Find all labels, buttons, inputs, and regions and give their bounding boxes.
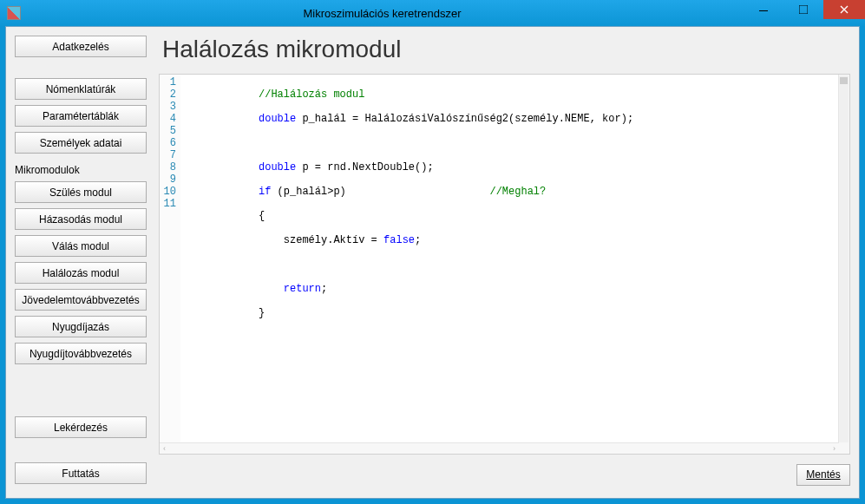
sidebar-btn-marriage-module[interactable]: Házasodás modul — [15, 208, 147, 230]
line-number: 4 — [160, 113, 176, 125]
main-panel: Halálozás mikromodul 1 2 3 4 5 6 7 8 9 1… — [154, 27, 859, 498]
scroll-left-icon[interactable]: ‹ — [163, 444, 166, 453]
code-text: ; — [321, 283, 327, 295]
line-number: 7 — [160, 149, 176, 161]
window-title: Mikroszimulációs keretrendszer — [21, 7, 744, 20]
svg-rect-0 — [759, 10, 768, 11]
minimize-button[interactable] — [744, 0, 783, 19]
sidebar-btn-retirement[interactable]: Nyugdíjazás — [15, 316, 147, 337]
code-comment: //Meghal? — [489, 186, 546, 198]
line-number: 10 — [160, 186, 176, 198]
sidebar-btn-divorce-module[interactable]: Válás modul — [15, 235, 147, 257]
scroll-right-icon[interactable]: › — [833, 444, 836, 453]
code-keyword: return — [284, 283, 321, 295]
sidebar-btn-query[interactable]: Lekérdezés — [15, 416, 147, 438]
sidebar-btn-death-module[interactable]: Halálozás modul — [15, 262, 147, 284]
title-bar: Mikroszimulációs keretrendszer — [0, 0, 865, 26]
sidebar-btn-pension-forward[interactable]: Nyugdíjtovábbvezetés — [15, 343, 147, 364]
code-keyword: double — [259, 113, 296, 125]
sidebar-btn-birth-module[interactable]: Szülés modul — [15, 181, 147, 203]
sidebar: Adatkezelés Nómenklatúrák Paramétertáblá… — [6, 27, 154, 498]
app-icon — [7, 6, 21, 20]
line-number: 11 — [160, 198, 176, 210]
close-button[interactable] — [823, 0, 865, 19]
line-number: 8 — [160, 161, 176, 173]
code-comment: //Halálozás modul — [259, 88, 364, 101]
maximize-button[interactable] — [783, 0, 823, 19]
line-number: 6 — [160, 137, 176, 149]
sidebar-btn-data-management[interactable]: Adatkezelés — [15, 36, 147, 57]
code-editor[interactable]: 1 2 3 4 5 6 7 8 9 10 11 //Halálozás modu… — [159, 74, 850, 455]
scroll-thumb[interactable] — [840, 77, 848, 84]
code-text: } — [259, 307, 265, 319]
line-number: 9 — [160, 173, 176, 186]
footer: Mentés — [159, 455, 850, 489]
line-number: 2 — [160, 88, 176, 101]
save-button[interactable]: Mentés — [796, 464, 850, 486]
code-text: (p_halál>p) — [271, 186, 489, 198]
client-area: Adatkezelés Nómenklatúrák Paramétertáblá… — [5, 26, 860, 499]
sidebar-btn-run[interactable]: Futtatás — [15, 462, 147, 484]
window-controls — [744, 0, 865, 19]
svg-rect-1 — [799, 5, 808, 14]
sidebar-group-mikromodulok: Mikromodulok — [15, 164, 147, 176]
code-keyword: false — [383, 234, 415, 246]
line-number: 3 — [160, 101, 176, 113]
code-text: p_halál = HalálozásiValószínűség2(személ… — [296, 113, 633, 125]
vertical-scrollbar[interactable] — [839, 75, 849, 442]
sidebar-btn-parameter-tables[interactable]: Paramétertáblák — [15, 105, 147, 127]
editor-code[interactable]: //Halálozás modul double p_halál = Halál… — [180, 75, 838, 442]
horizontal-scrollbar[interactable]: ‹› — [161, 443, 838, 453]
page-title: Halálozás mikromodul — [162, 36, 850, 63]
code-text: { — [259, 210, 265, 222]
sidebar-btn-nomenclatures[interactable]: Nómenklatúrák — [15, 78, 147, 100]
sidebar-btn-income-forward[interactable]: Jövedelemtovábbvezetés — [15, 289, 147, 311]
code-keyword: if — [259, 186, 271, 198]
code-text: személy.Aktív = — [259, 234, 383, 246]
sidebar-btn-persons[interactable]: Személyek adatai — [15, 132, 147, 154]
editor-gutter: 1 2 3 4 5 6 7 8 9 10 11 — [160, 75, 180, 442]
code-text: p = rnd.NextDouble(); — [296, 161, 433, 173]
code-text: ; — [415, 234, 421, 246]
save-button-label: Mentés — [806, 468, 840, 481]
line-number: 5 — [160, 125, 176, 137]
code-keyword: double — [259, 161, 296, 173]
line-number: 1 — [160, 76, 176, 88]
